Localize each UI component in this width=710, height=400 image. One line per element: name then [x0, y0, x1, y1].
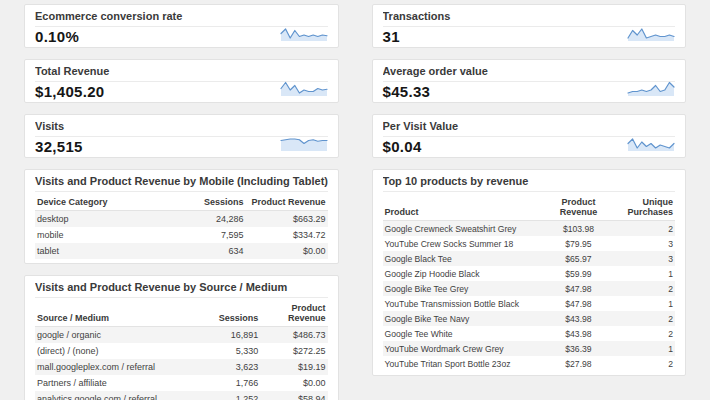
- sparkline-chart: [627, 24, 675, 42]
- table-cell: 2: [614, 356, 675, 371]
- table-title: Top 10 products by revenue: [383, 175, 676, 192]
- sparkline-chart: [280, 134, 328, 152]
- table-cell: Google Bike Tee Grey: [383, 281, 544, 296]
- table-cell: $272.25: [260, 343, 327, 359]
- source-medium-table: Source / MediumSessionsProduct Revenuego…: [35, 299, 328, 400]
- table-cell: 5,330: [202, 343, 261, 359]
- table-cell: $334.72: [246, 227, 328, 243]
- table-row: analytics.google.com / referral1,252$58.…: [35, 391, 328, 400]
- table-cell: YouTube Wordmark Crew Grey: [383, 341, 544, 356]
- metric-card-average-order-value: Average order value $45.33 Avg for View:…: [372, 59, 687, 103]
- metric-subtitle: % of Total: 100.00% ($1,405.20): [35, 101, 328, 103]
- table-cell: 2: [614, 221, 675, 237]
- table-cell: Partners / affiliate: [35, 375, 202, 391]
- table-cell: $36.39: [543, 341, 613, 356]
- table-cell: $47.98: [543, 281, 613, 296]
- table-cell: $79.95: [543, 236, 613, 251]
- table-cell: 3: [614, 236, 675, 251]
- top-products-table: ProductProduct RevenueUnique PurchasesGo…: [383, 193, 676, 371]
- table-row: Google Bike Tee Grey$47.982: [383, 281, 676, 296]
- table-row: Google Black Tee$65.973: [383, 251, 676, 266]
- table-cell: 1,766: [202, 375, 261, 391]
- table-row: Google Tee White$43.982: [383, 326, 676, 341]
- metric-subtitle: Avg for View: 0.10% (0.00%): [35, 46, 328, 48]
- table-row: google / organic16,891$486.73: [35, 327, 328, 344]
- metric-subtitle: % of Total: 100.00% (32,515): [35, 156, 328, 158]
- table-cell: 3,623: [202, 359, 261, 375]
- table-cell: 2: [614, 326, 675, 341]
- left-column: Ecommerce conversion rate 0.10% Avg for …: [24, 4, 339, 400]
- table-cell: 1: [614, 296, 675, 311]
- sparkline-chart: [627, 134, 675, 152]
- table-row: YouTube Transmission Bottle Black$47.981: [383, 296, 676, 311]
- table-cell: Google Black Tee: [383, 251, 544, 266]
- table-row: mobile7,595$334.72: [35, 227, 328, 243]
- table-cell: 2: [614, 281, 675, 296]
- mobile-table: Device CategorySessionsProduct Revenuede…: [35, 193, 328, 259]
- table-row: YouTube Tritan Sport Bottle 23oz$27.982: [383, 356, 676, 371]
- table-cell: analytics.google.com / referral: [35, 391, 202, 400]
- table-cell: 3: [614, 251, 675, 266]
- metric-subtitle: Avg for View: $45.33 (0.00%): [383, 101, 676, 103]
- table-cell: 1: [614, 341, 675, 356]
- table-cell: desktop: [35, 211, 167, 228]
- table-cell: $47.98: [543, 296, 613, 311]
- table-cell: 634: [167, 243, 246, 259]
- metric-card-total-revenue: Total Revenue $1,405.20 % of Total: 100.…: [24, 59, 339, 103]
- table-cell: $0.00: [260, 375, 327, 391]
- table-title: Visits and Product Revenue by Mobile (In…: [35, 175, 328, 192]
- table-row: (direct) / (none)5,330$272.25: [35, 343, 328, 359]
- metric-subtitle: % of Total: 100.00% (31): [383, 46, 676, 48]
- table-card-source-medium: Visits and Product Revenue by Source / M…: [24, 275, 339, 400]
- table-cell: 1,252: [202, 391, 261, 400]
- column-header: Unique Purchases: [614, 193, 675, 221]
- table-cell: mall.googleplex.com / referral: [35, 359, 202, 375]
- table-row: mall.googleplex.com / referral3,623$19.1…: [35, 359, 328, 375]
- column-header: Sessions: [167, 193, 246, 211]
- table-row: Partners / affiliate1,766$0.00: [35, 375, 328, 391]
- table-title: Visits and Product Revenue by Source / M…: [35, 281, 328, 298]
- metric-card-per-visit-value: Per Visit Value $0.04 Avg for View: $0.0…: [372, 114, 687, 158]
- table-cell: YouTube Crew Socks Summer 18: [383, 236, 544, 251]
- table-cell: $103.98: [543, 221, 613, 237]
- sparkline-chart: [627, 79, 675, 97]
- column-header: Source / Medium: [35, 299, 202, 327]
- table-cell: google / organic: [35, 327, 202, 344]
- table-cell: $43.98: [543, 326, 613, 341]
- table-cell: $0.00: [246, 243, 328, 259]
- table-cell: Google Zip Hoodie Black: [383, 266, 544, 281]
- table-cell: $58.94: [260, 391, 327, 400]
- column-header: Product Revenue: [246, 193, 328, 211]
- column-header: Product Revenue: [543, 193, 613, 221]
- metric-card-visits: Visits 32,515 % of Total: 100.00% (32,51…: [24, 114, 339, 158]
- table-cell: YouTube Transmission Bottle Black: [383, 296, 544, 311]
- table-cell: 2: [614, 311, 675, 326]
- table-cell: mobile: [35, 227, 167, 243]
- right-column: Transactions 31 % of Total: 100.00% (31)…: [372, 4, 687, 400]
- table-card-mobile: Visits and Product Revenue by Mobile (In…: [24, 169, 339, 264]
- table-cell: 24,286: [167, 211, 246, 228]
- table-row: tablet634$0.00: [35, 243, 328, 259]
- table-row: desktop24,286$663.29: [35, 211, 328, 228]
- table-row: YouTube Wordmark Crew Grey$36.391: [383, 341, 676, 356]
- table-row: Google Bike Tee Navy$43.982: [383, 311, 676, 326]
- dashboard: Ecommerce conversion rate 0.10% Avg for …: [0, 0, 710, 400]
- column-header: Product: [383, 193, 544, 221]
- table-cell: $59.99: [543, 266, 613, 281]
- table-cell: Google Tee White: [383, 326, 544, 341]
- table-cell: YouTube Tritan Sport Bottle 23oz: [383, 356, 544, 371]
- table-cell: (direct) / (none): [35, 343, 202, 359]
- column-header: Device Category: [35, 193, 167, 211]
- metric-card-transactions: Transactions 31 % of Total: 100.00% (31): [372, 4, 687, 48]
- table-cell: 7,595: [167, 227, 246, 243]
- table-cell: $663.29: [246, 211, 328, 228]
- column-header: Product Revenue: [260, 299, 327, 327]
- table-cell: $43.98: [543, 311, 613, 326]
- table-cell: $27.98: [543, 356, 613, 371]
- metric-card-ecommerce-conversion-rate: Ecommerce conversion rate 0.10% Avg for …: [24, 4, 339, 48]
- column-header: Sessions: [202, 299, 261, 327]
- metric-subtitle: Avg for View: $0.04 (0.00%): [383, 156, 676, 158]
- table-row: Google Crewneck Sweatshirt Grey$103.982: [383, 221, 676, 237]
- table-cell: $19.19: [260, 359, 327, 375]
- table-cell: Google Bike Tee Navy: [383, 311, 544, 326]
